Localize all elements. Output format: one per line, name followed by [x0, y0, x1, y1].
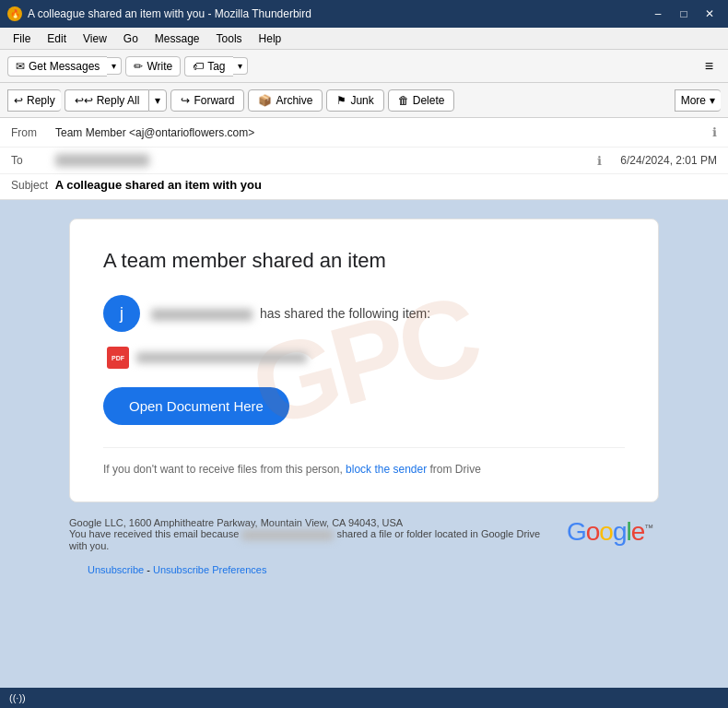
maximize-button[interactable]: □ [673, 5, 695, 23]
avatar-letter: j [120, 304, 123, 324]
reply-group: ↩ Reply [7, 89, 61, 112]
to-label: To [11, 154, 55, 167]
email-header: ↩ Reply ↩↩ Reply All ▾ ↪ Forward 📦 Archi… [0, 83, 728, 200]
reply-label: Reply [27, 94, 55, 107]
subject-label: Subject [11, 179, 48, 192]
from-label: From [11, 126, 55, 139]
to-date-row: To ████████████ ℹ 6/24/2024, 2:01 PM [0, 148, 728, 174]
from-row: From Team Member <aj@ontarioflowers.com>… [0, 118, 728, 148]
email-date: 6/24/2024, 2:01 PM [620, 154, 717, 167]
date-container: 6/24/2024, 2:01 PM [620, 148, 728, 173]
get-messages-dropdown[interactable]: ▾ [107, 57, 122, 75]
to-value: ████████████ [55, 154, 597, 167]
to-row: To ████████████ ℹ [0, 148, 620, 173]
sharer-suffix: has shared the following item: [260, 306, 430, 321]
get-messages-group: ✉ Get Messages ▾ [7, 56, 122, 77]
file-name-blurred [136, 352, 307, 363]
google-logo: Google™ [567, 517, 652, 546]
google-logo-container: Google™ [567, 517, 652, 547]
company-notice: You have received this email because sha… [69, 528, 548, 551]
footer-company-text: Google LLC, 1600 Amphitheatre Parkway, M… [69, 517, 548, 551]
company-footer: Google LLC, 1600 Amphitheatre Parkway, M… [69, 517, 659, 551]
pdf-icon: PDF [107, 347, 129, 369]
menu-view[interactable]: View [76, 30, 114, 47]
subject-row: Subject A colleague shared an item with … [0, 174, 728, 199]
menu-file[interactable]: File [6, 30, 38, 47]
get-messages-label: Get Messages [29, 60, 100, 73]
menu-help[interactable]: Help [252, 30, 289, 47]
menu-tools[interactable]: Tools [209, 30, 250, 47]
email-card: GPC A team member shared an item j has s… [69, 218, 659, 502]
window-controls: – □ ✕ [647, 5, 721, 23]
forward-button[interactable]: ↪ Forward [170, 89, 244, 112]
minimize-button[interactable]: – [647, 5, 669, 23]
reply-all-icon: ↩↩ [75, 94, 93, 107]
tag-icon: 🏷 [193, 60, 204, 73]
write-label: Write [147, 60, 172, 73]
footer-bottom-row: Google LLC, 1600 Amphitheatre Parkway, M… [69, 517, 659, 551]
reply-icon: ↩ [14, 94, 23, 107]
delete-icon: 🗑 [398, 94, 409, 107]
footer-prefix: If you don't want to receive files from … [103, 463, 346, 476]
close-button[interactable]: ✕ [699, 5, 721, 23]
action-toolbar: ↩ Reply ↩↩ Reply All ▾ ↪ Forward 📦 Archi… [0, 83, 728, 118]
sharer-row: j has shared the following item: [103, 295, 625, 332]
write-button[interactable]: ✏ Write [125, 56, 181, 77]
sharer-text: has shared the following item: [151, 306, 430, 321]
envelope-icon: ✉ [16, 60, 25, 73]
hamburger-button[interactable]: ≡ [698, 55, 721, 77]
menu-bar: File Edit View Go Message Tools Help [0, 28, 728, 50]
subject-value: A colleague shared an item with you [55, 178, 262, 192]
notice-name-blurred [241, 530, 334, 540]
delete-button[interactable]: 🗑 Delete [388, 89, 455, 112]
get-messages-button[interactable]: ✉ Get Messages [7, 56, 107, 77]
tag-group: 🏷 Tag ▾ [184, 56, 247, 77]
sender-info-icon[interactable]: ℹ [712, 125, 717, 139]
from-value: Team Member <aj@ontarioflowers.com> [55, 126, 712, 139]
unsubscribe-link[interactable]: Unsubscribe [88, 564, 144, 575]
company-address: Google LLC, 1600 Amphitheatre Parkway, M… [69, 517, 548, 528]
forward-icon: ↪ [181, 94, 190, 107]
file-row: PDF [103, 347, 625, 369]
reply-all-label: Reply All [97, 94, 140, 107]
unsubscribe-bar: Unsubscribe - Unsubscribe Preferences [69, 559, 659, 584]
block-sender-link[interactable]: block the sender [346, 463, 427, 476]
window-title: A colleague shared an item with you - Mo… [28, 7, 311, 20]
forward-label: Forward [194, 94, 234, 107]
card-footer-text: If you don't want to receive files from … [103, 447, 625, 476]
more-group: More ▾ [675, 89, 721, 112]
archive-button[interactable]: 📦 Archive [248, 89, 323, 112]
footer-suffix: from Drive [430, 463, 481, 476]
google-tm: ™ [644, 523, 652, 533]
tag-dropdown[interactable]: ▾ [233, 57, 248, 75]
reply-all-button[interactable]: ↩↩ Reply All [65, 89, 149, 112]
notice-prefix: You have received this email because [69, 528, 241, 539]
unsubscribe-preferences-link[interactable]: Unsubscribe Preferences [153, 564, 267, 575]
archive-label: Archive [276, 94, 312, 107]
status-bar: ((·)) [0, 688, 728, 708]
app-icon: 🔥 [7, 6, 22, 21]
more-button[interactable]: More ▾ [675, 89, 721, 112]
tag-label: Tag [207, 60, 225, 73]
to-info-icon[interactable]: ℹ [597, 154, 602, 168]
wifi-icon: ((·)) [9, 692, 26, 703]
main-toolbar: ✉ Get Messages ▾ ✏ Write 🏷 Tag ▾ ≡ [0, 50, 728, 83]
sharer-name-blurred [151, 309, 252, 321]
menu-message[interactable]: Message [147, 30, 207, 47]
tag-button[interactable]: 🏷 Tag [184, 56, 232, 77]
junk-label: Junk [350, 94, 373, 107]
more-chevron-icon: ▾ [710, 94, 715, 107]
junk-button[interactable]: ⚑ Junk [326, 89, 383, 112]
menu-go[interactable]: Go [116, 30, 146, 47]
reply-all-dropdown[interactable]: ▾ [148, 89, 167, 112]
email-body: GPC A team member shared an item j has s… [0, 200, 728, 688]
menu-edit[interactable]: Edit [40, 30, 74, 47]
junk-icon: ⚑ [336, 94, 346, 107]
more-label: More [681, 94, 706, 107]
to-blurred: ████████████ [55, 154, 149, 167]
reply-button[interactable]: ↩ Reply [7, 89, 61, 112]
reply-all-group: ↩↩ Reply All ▾ [65, 89, 168, 112]
delete-label: Delete [413, 94, 445, 107]
archive-icon: 📦 [258, 94, 272, 107]
open-document-button[interactable]: Open Document Here [103, 387, 289, 425]
